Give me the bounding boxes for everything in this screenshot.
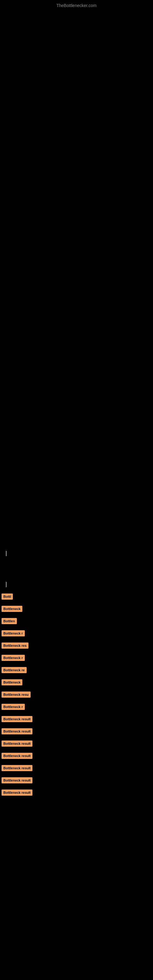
list-item[interactable]: Bottleneck result — [2, 765, 151, 771]
list-item[interactable]: Bottleneck r — [2, 704, 151, 710]
bottleneck-badge[interactable]: Bottleneck — [2, 606, 22, 612]
list-item[interactable]: Bottleneck result — [2, 753, 151, 759]
bottleneck-badge[interactable]: Bottleneck r — [2, 630, 25, 636]
bottleneck-badge[interactable]: Bottleneck resu — [2, 692, 30, 698]
list-item[interactable]: Bottleneck res — [2, 643, 151, 649]
list-item[interactable]: Bottleneck re — [2, 667, 151, 673]
list-item[interactable]: Bottleneck result — [2, 740, 151, 747]
bottleneck-badge[interactable]: Bottleneck — [2, 679, 22, 686]
list-item[interactable]: Bottleneck result — [2, 789, 151, 795]
bottleneck-badge[interactable]: Bottleneck r — [2, 655, 25, 661]
list-item[interactable]: Bottleneck — [2, 679, 151, 686]
list-item[interactable]: Bottl — [2, 593, 151, 600]
site-title: TheBottlenecker.com — [0, 0, 153, 11]
list-item[interactable]: Bottlen — [2, 618, 151, 624]
cursor-symbol-1: | — [2, 549, 151, 558]
bottleneck-list: Bottl Bottleneck Bottlen Bottleneck r Bo… — [0, 590, 153, 801]
bottleneck-badge[interactable]: Bottlen — [2, 618, 17, 624]
bottleneck-badge[interactable]: Bottleneck result — [2, 753, 32, 759]
cursor-symbol-2: | — [2, 579, 151, 589]
site-title-text: TheBottlenecker.com — [56, 3, 97, 8]
bottleneck-badge[interactable]: Bottleneck r — [2, 704, 25, 710]
bottleneck-badge[interactable]: Bottleneck res — [2, 643, 29, 649]
list-item[interactable]: Bottleneck r — [2, 655, 151, 661]
list-item[interactable]: Bottleneck result — [2, 728, 151, 734]
bottleneck-badge[interactable]: Bottl — [2, 593, 13, 600]
bottleneck-badge[interactable]: Bottleneck re — [2, 667, 27, 673]
chart-area — [0, 11, 153, 547]
list-item[interactable]: Bottleneck — [2, 606, 151, 612]
list-item[interactable]: Bottleneck r — [2, 630, 151, 636]
list-item[interactable]: Bottleneck result — [2, 716, 151, 722]
bottleneck-badge[interactable]: Bottleneck result — [2, 716, 32, 722]
bottleneck-badge[interactable]: Bottleneck result — [2, 740, 32, 747]
cursor-indicator-1: | — [0, 547, 153, 560]
bottleneck-badge[interactable]: Bottleneck result — [2, 789, 32, 795]
bottleneck-badge[interactable]: Bottleneck result — [2, 777, 32, 783]
bottleneck-badge[interactable]: Bottleneck result — [2, 728, 32, 734]
list-item[interactable]: Bottleneck resu — [2, 692, 151, 698]
bottleneck-badge[interactable]: Bottleneck result — [2, 765, 32, 771]
cursor-indicator-2: | — [0, 578, 153, 590]
list-item[interactable]: Bottleneck result — [2, 777, 151, 783]
